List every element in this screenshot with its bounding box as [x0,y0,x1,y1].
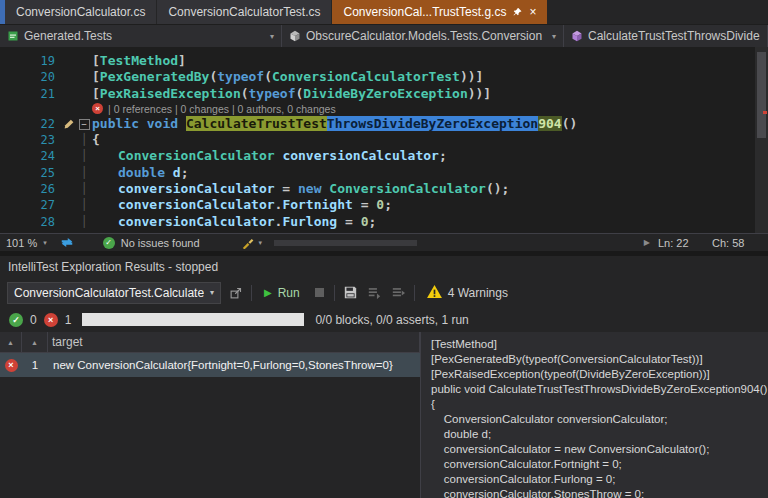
outline-margin [76,69,92,85]
class-icon [289,30,301,42]
results-header: ▲ ▲ target [0,332,420,353]
outline-margin [76,86,92,102]
exploration-progress-bar [82,313,304,326]
code-line[interactable]: 28│conversionCalculator.Furlong = 0; [0,214,768,230]
preview-code-line: [PexGeneratedBy(typeof(ConversionCalcula… [431,352,768,367]
code-line[interactable]: 20[PexGeneratedBy(typeof(ConversionCalcu… [0,69,768,85]
result-row[interactable]: × 1 new ConversionCalculator{Fortnight=0… [0,353,420,377]
chevron-down-icon[interactable]: ▾ [259,239,263,247]
breadcrumb-project-dropdown[interactable]: Generated.Tests ▾ [0,25,282,47]
passed-icon: ✓ [9,313,23,327]
collapse-region-icon[interactable]: − [79,119,90,130]
breadcrumb-member-dropdown[interactable]: CalculateTrustTestThrowsDivideByZeroExce… [564,25,768,47]
progress-fill [82,313,304,326]
breadcrumb-member-label: CalculateTrustTestThrowsDivideByZeroExce… [588,29,760,43]
error-mark [763,111,767,114]
row-target-cell: new ConversionCalculator{Fortnight=0,Fur… [48,359,420,371]
vertical-scrollbar[interactable] [755,47,768,233]
open-in-editor-icon[interactable] [228,285,244,301]
sort-icon: ▲ [7,339,14,346]
failed-icon: × [44,313,58,327]
breadcrumb-type-label: ObscureCalculator.Models.Tests.Conversio… [306,29,542,43]
code-text: public void CalculateTrustTestThrowsDivi… [92,116,768,132]
code-text: conversionCalculator.Fortnight = 0; [92,197,768,213]
line-number: 28 [0,214,62,230]
close-icon[interactable]: × [529,6,536,18]
code-line[interactable]: 19[TestMethod] [0,53,768,69]
gutter-cell [62,69,76,85]
preview-code-line: double d; [431,427,768,442]
method-icon [571,30,583,42]
code-cleanup-icon[interactable] [242,237,255,249]
failed-test-icon: × [5,359,18,372]
codelens-text: | 0 references | 0 changes | 0 authors, … [108,103,336,115]
code-line[interactable]: 21[PexRaisedException(typeof(DivideByZer… [0,86,768,102]
gutter-cell [62,86,76,102]
export-list-icon[interactable] [366,285,383,301]
horizontal-scrollbar[interactable] [272,238,630,248]
code-text: [PexGeneratedBy(typeof(ConversionCalcula… [92,69,768,85]
warnings-button[interactable]: 4 Warnings [422,283,513,303]
chevron-down-icon[interactable]: ▾ [43,239,47,247]
code-line[interactable]: 22−public void CalculateTrustTestThrowsD… [0,116,768,132]
navigate-icon[interactable] [61,237,73,248]
row-status-cell: × [0,359,22,372]
zoom-level[interactable]: 101 % [6,237,39,249]
test-selector-dropdown[interactable]: ConversionCalculatorTest.Calculate ▾ [7,282,221,304]
breadcrumb-type-dropdown[interactable]: ObscureCalculator.Models.Tests.Conversio… [282,25,564,47]
export-all-icon[interactable] [390,285,407,301]
health-check-icon[interactable]: ✓ [103,237,115,249]
toolbar-separator [414,285,415,301]
code-line[interactable]: 26│conversionCalculator = new Conversion… [0,181,768,197]
gutter-cell [62,165,76,181]
target-column-header[interactable]: target [48,332,420,352]
sort-icon: ▲ [31,339,38,346]
line-number: 24 [0,148,62,164]
tab-conversioncalculatortest[interactable]: ConversionCalculatorTest.cs [157,0,331,24]
preview-code-line: public void CalculateTrustTestThrowsDivi… [431,382,768,397]
results-table: ▲ ▲ target × 1 new ConversionCalculator{… [0,332,421,498]
edit-pencil-icon [62,116,76,132]
outline-margin: │ [76,181,92,197]
pin-icon[interactable] [513,7,522,17]
line-number: 27 [0,197,62,213]
code-text: conversionCalculator.Furlong = 0; [92,214,768,230]
tab-label: ConversionCal...TrustTest.g.cs [343,5,506,19]
passed-count: 0 [30,313,37,327]
test-failed-icon: × [92,103,103,114]
scrollbar-thumb[interactable] [274,240,417,246]
status-column-header[interactable]: ▲ [0,332,22,352]
test-preview[interactable]: [TestMethod][PexGeneratedBy(typeof(Conve… [421,332,768,498]
tab-conversioncalculator[interactable]: ConversionCalculator.cs [5,0,156,24]
code-editor[interactable]: 19[TestMethod]20[PexGeneratedBy(typeof(C… [0,47,768,233]
line-number: 22 [0,116,62,132]
scrollbar-thumb[interactable] [757,52,766,138]
codelens-indicator[interactable]: ×| 0 references | 0 changes | 0 authors,… [92,102,768,116]
stop-icon[interactable] [312,285,327,300]
run-button[interactable]: ▶ Run [259,284,305,302]
outline-margin [76,53,92,69]
preview-code-line: ConversionCalculator conversionCalculato… [431,412,768,427]
code-line[interactable]: 25│double d; [0,165,768,181]
code-text: [PexRaisedException(typeof(DivideByZeroE… [92,86,768,102]
issues-status[interactable]: No issues found [119,237,200,249]
code-text: double d; [92,165,768,181]
scroll-right-icon[interactable]: ▶ [640,238,654,247]
panel-title: IntelliTest Exploration Results - stoppe… [0,256,768,278]
save-icon[interactable] [342,284,359,301]
warning-icon [427,285,442,301]
code-line[interactable]: 23│{ [0,132,768,148]
preview-code-line: [TestMethod] [431,337,768,352]
tab-trusttest-active[interactable]: ConversionCal...TrustTest.g.cs × [332,0,547,24]
navigation-bar: Generated.Tests ▾ ObscureCalculator.Mode… [0,24,768,47]
outline-margin: │ [76,165,92,181]
breadcrumb-project-label: Generated.Tests [24,29,112,43]
code-line[interactable]: 27│conversionCalculator.Fortnight = 0; [0,197,768,213]
gutter-cell [62,197,76,213]
outline-margin: │ [76,197,92,213]
run-label: Run [278,286,300,300]
index-column-header[interactable]: ▲ [22,332,48,352]
preview-code-line: [PexRaisedException(typeof(DivideByZeroE… [431,367,768,382]
chevron-down-icon: ▾ [206,288,214,297]
code-line[interactable]: 24│ConversionCalculator conversionCalcul… [0,148,768,164]
